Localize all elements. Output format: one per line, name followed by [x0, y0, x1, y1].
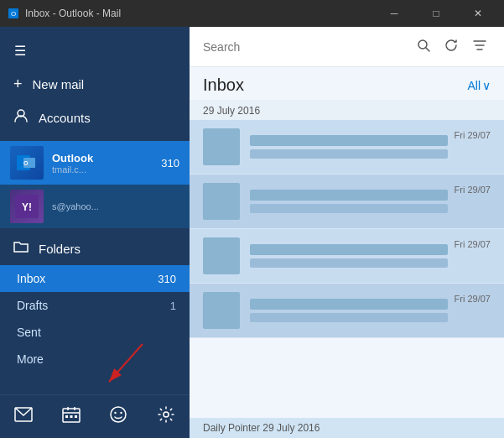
folders-label: Folders [39, 242, 81, 256]
person-icon [13, 108, 29, 127]
accounts-section[interactable]: Accounts [0, 101, 190, 134]
mail-nav-button[interactable] [5, 399, 42, 435]
calendar-icon [62, 406, 81, 427]
calendar-nav-button[interactable] [53, 399, 90, 435]
app-icon: O [7, 7, 20, 20]
folder-count-drafts: 1 [170, 300, 176, 312]
settings-nav-button[interactable] [148, 399, 184, 435]
account-avatar-yahoo: Y! [10, 190, 44, 223]
account-info-yahoo: s@yahoo... [52, 201, 179, 211]
account-item-outlook[interactable]: O Outlook tmail.c... 310 [0, 141, 190, 185]
svg-point-18 [111, 407, 126, 422]
main-content: Inbox All ∨ 29 July 2016 Fri 29/07 [190, 27, 504, 438]
date-separator: 29 July 2016 [190, 100, 504, 120]
svg-text:O: O [11, 10, 16, 18]
svg-point-20 [121, 412, 122, 414]
message-subject [250, 204, 448, 213]
message-content [250, 244, 448, 268]
window-controls: ─ □ ✕ [375, 0, 497, 27]
search-bar [190, 27, 504, 67]
search-icon[interactable] [413, 35, 434, 59]
account-name-outlook: Outlook [52, 152, 158, 164]
svg-rect-16 [70, 415, 72, 418]
svg-rect-15 [65, 415, 68, 418]
smiley-icon [109, 405, 127, 428]
account-item-yahoo[interactable]: Y! s@yahoo... [0, 185, 190, 228]
inbox-header: Inbox All ∨ [190, 67, 504, 100]
message-item[interactable]: Fri 29/07 [190, 120, 504, 175]
mail-icon [14, 407, 33, 426]
svg-text:Y!: Y! [22, 201, 32, 213]
message-avatar [203, 292, 240, 329]
folder-name-sent: Sent [17, 326, 176, 339]
svg-point-19 [115, 412, 117, 414]
hamburger-button[interactable]: ☰ [0, 34, 40, 67]
message-content [250, 135, 448, 159]
maximize-button[interactable]: □ [417, 0, 455, 27]
smiley-nav-button[interactable] [100, 399, 137, 435]
message-date: Fri 29/07 [455, 292, 491, 304]
chevron-down-icon: ∨ [482, 79, 491, 92]
sidebar: ☰ + New mail Accounts [0, 27, 190, 438]
bottom-nav [0, 394, 190, 438]
svg-rect-17 [75, 415, 77, 418]
folder-count-inbox: 310 [158, 273, 176, 285]
account-info-outlook: Outlook tmail.c... [52, 152, 158, 175]
filter-icon[interactable] [469, 35, 491, 59]
message-item[interactable]: Fri 29/07 [190, 284, 504, 338]
account-avatar-outlook: O [10, 146, 44, 180]
inbox-filter-button[interactable]: All ∨ [467, 79, 491, 92]
minimize-button[interactable]: ─ [375, 0, 413, 27]
folders-section[interactable]: Folders [0, 232, 190, 265]
message-sender [250, 299, 448, 310]
search-input[interactable] [203, 40, 407, 54]
message-content [250, 299, 448, 322]
message-sender [250, 244, 448, 255]
message-subject [250, 149, 448, 159]
account-email-outlook: tmail.c... [52, 164, 158, 175]
message-subject [250, 258, 448, 268]
message-sender [250, 190, 448, 201]
folder-name-drafts: Drafts [17, 299, 170, 312]
message-avatar [203, 183, 240, 220]
svg-text:O: O [23, 160, 29, 166]
folder-name-inbox: Inbox [17, 272, 158, 285]
window-title: Inbox - Outlook - Mail [25, 8, 375, 19]
message-date: Fri 29/07 [455, 237, 491, 249]
new-mail-label: New mail [33, 77, 85, 91]
message-avatar [203, 128, 240, 165]
settings-icon [157, 405, 175, 428]
title-bar: O Inbox - Outlook - Mail ─ □ ✕ [0, 0, 504, 27]
message-date: Fri 29/07 [455, 128, 491, 140]
message-content [250, 190, 448, 213]
message-sender [250, 135, 448, 146]
close-button[interactable]: ✕ [459, 0, 497, 27]
refresh-icon[interactable] [440, 34, 462, 60]
folder-list: Inbox 310 Drafts 1 Sent More [0, 265, 190, 394]
app-body: ☰ + New mail Accounts [0, 27, 504, 438]
folder-item-sent[interactable]: Sent [0, 319, 190, 346]
folder-item-drafts[interactable]: Drafts 1 [0, 292, 190, 319]
account-badge-outlook: 310 [161, 157, 179, 169]
accounts-list: O Outlook tmail.c... 310 Y! [0, 141, 190, 228]
svg-point-21 [164, 412, 169, 417]
account-email-yahoo: s@yahoo... [52, 201, 179, 211]
folder-item-more[interactable]: More [0, 346, 190, 373]
inbox-title: Inbox [203, 76, 244, 95]
daily-pointer-bar: Daily Pointer 29 July 2016 [190, 418, 504, 438]
message-subject [250, 313, 448, 322]
svg-line-23 [426, 48, 429, 51]
new-mail-button[interactable]: + New mail [0, 67, 190, 101]
message-avatar [203, 237, 240, 274]
message-list: Fri 29/07 Fri 29/07 Fri 29/07 [190, 120, 504, 418]
folder-icon [13, 240, 29, 257]
accounts-label: Accounts [39, 111, 91, 125]
sidebar-top: ☰ + New mail Accounts [0, 27, 190, 141]
filter-label: All [467, 79, 481, 92]
message-date: Fri 29/07 [455, 183, 491, 195]
message-item[interactable]: Fri 29/07 [190, 175, 504, 229]
folder-name-more: More [17, 352, 176, 366]
folder-item-inbox[interactable]: Inbox 310 [0, 265, 190, 292]
message-item[interactable]: Fri 29/07 [190, 229, 504, 284]
plus-icon: + [13, 76, 23, 93]
